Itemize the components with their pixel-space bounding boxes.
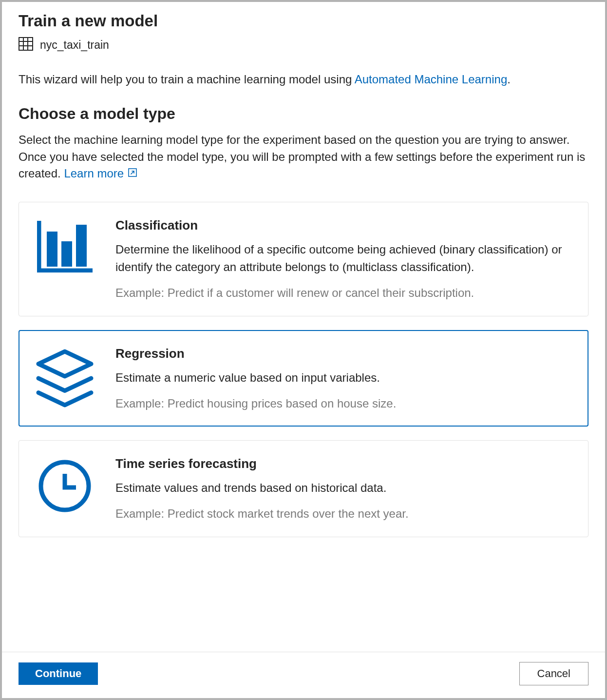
card-regression[interactable]: Regression Estimate a numeric value base… xyxy=(19,330,588,427)
card-body: Classification Determine the likelihood … xyxy=(115,218,571,301)
learn-more-link[interactable]: Learn more xyxy=(64,165,137,182)
card-title: Classification xyxy=(115,218,571,233)
card-desc: Estimate values and trends based on hist… xyxy=(115,479,571,497)
dialog-content: Train a new model nyc_taxi_train This wi… xyxy=(2,2,605,652)
dataset-row: nyc_taxi_train xyxy=(19,37,588,53)
card-classification[interactable]: Classification Determine the likelihood … xyxy=(19,202,588,316)
continue-button[interactable]: Continue xyxy=(19,662,98,685)
card-body: Regression Estimate a numeric value base… xyxy=(115,346,571,412)
card-body: Time series forecasting Estimate values … xyxy=(115,456,571,522)
cancel-button[interactable]: Cancel xyxy=(519,662,588,685)
dialog-footer: Continue Cancel xyxy=(2,652,605,698)
card-timeseries[interactable]: Time series forecasting Estimate values … xyxy=(19,440,588,537)
automl-link[interactable]: Automated Machine Learning xyxy=(355,73,508,86)
card-title: Regression xyxy=(115,346,571,361)
intro-text: This wizard will help you to train a mac… xyxy=(19,71,588,88)
card-desc: Determine the likelihood of a specific o… xyxy=(115,241,571,276)
clock-icon xyxy=(36,456,94,522)
card-desc: Estimate a numeric value based on input … xyxy=(115,369,571,387)
model-type-cards: Classification Determine the likelihood … xyxy=(19,202,588,537)
card-example: Example: Predict housing prices based on… xyxy=(115,395,571,412)
svg-rect-9 xyxy=(61,241,72,267)
bar-chart-icon xyxy=(36,218,94,301)
table-icon xyxy=(19,37,33,53)
dataset-name: nyc_taxi_train xyxy=(40,39,109,52)
card-example: Example: Predict stock market trends ove… xyxy=(115,506,571,522)
layers-icon xyxy=(36,346,94,412)
page-title: Train a new model xyxy=(19,12,588,30)
intro-before: This wizard will help you to train a mac… xyxy=(19,73,355,86)
svg-rect-8 xyxy=(47,232,57,267)
learn-more-text: Learn more xyxy=(64,165,124,182)
section-title: Choose a model type xyxy=(19,105,588,123)
train-model-dialog: Train a new model nyc_taxi_train This wi… xyxy=(2,2,605,698)
external-link-icon xyxy=(128,165,137,182)
card-example: Example: Predict if a customer will rene… xyxy=(115,285,571,301)
svg-rect-0 xyxy=(19,38,33,50)
section-desc: Select the machine learning model type f… xyxy=(19,132,588,182)
card-title: Time series forecasting xyxy=(115,456,571,471)
intro-after: . xyxy=(507,73,511,86)
svg-rect-10 xyxy=(76,225,87,267)
